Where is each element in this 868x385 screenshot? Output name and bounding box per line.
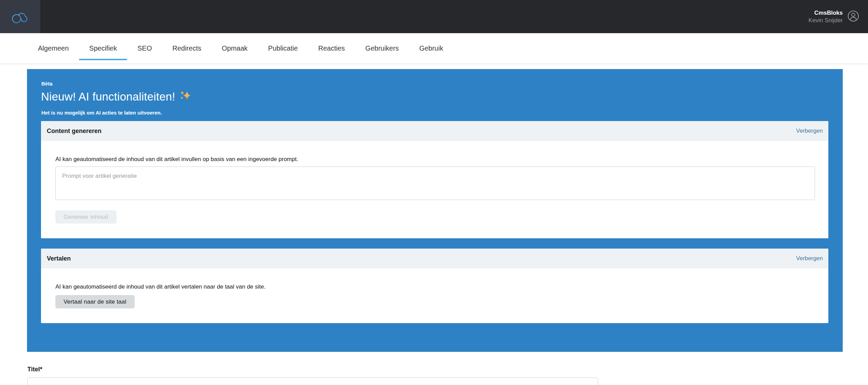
tab-publicatie[interactable]: Publicatie — [258, 33, 308, 63]
app-header: CmsBloks Kevin Snijder — [0, 0, 868, 33]
title-input[interactable] — [27, 377, 598, 385]
tab-opmaak[interactable]: Opmaak — [212, 33, 258, 63]
card-body: AI kan geautomatiseerd de inhoud van dit… — [41, 268, 828, 323]
tab-algemeen[interactable]: Algemeen — [28, 33, 79, 63]
tab-label: Opmaak — [222, 44, 248, 52]
card-title: Content genereren — [47, 128, 101, 135]
tab-label: Specifiek — [89, 44, 117, 52]
tab-gebruikers[interactable]: Gebruikers — [355, 33, 409, 63]
tab-gebruik[interactable]: Gebruik — [409, 33, 453, 63]
card-header: Content genereren Verbergen — [41, 121, 828, 141]
banner-title: Nieuw! AI functionaliteiten! — [41, 90, 175, 104]
tab-label: SEO — [137, 44, 152, 52]
banner-title-row: Nieuw! AI functionaliteiten! — [41, 90, 828, 104]
logo-tile[interactable] — [0, 0, 40, 33]
tab-label: Gebruik — [419, 44, 443, 52]
beta-badge: Bèta — [41, 81, 828, 87]
tab-label: Gebruikers — [365, 44, 399, 52]
tab-redirects[interactable]: Redirects — [162, 33, 211, 63]
tab-label: Reacties — [318, 44, 345, 52]
content-generate-card: Content genereren Verbergen AI kan geaut… — [41, 121, 828, 238]
tab-label: Redirects — [172, 44, 201, 52]
card-header: Vertalen Verbergen — [41, 249, 828, 268]
article-form: Titel* — [27, 366, 868, 385]
tab-seo[interactable]: SEO — [127, 33, 162, 63]
tab-reacties[interactable]: Reacties — [308, 33, 355, 63]
banner-subtitle: Het is nu mogelijk om AI acties te laten… — [41, 110, 828, 116]
card-description: AI kan geautomatiseerd de inhoud van dit… — [55, 283, 815, 290]
generate-content-button[interactable]: Genereer inhoud — [55, 210, 117, 224]
user-text: CmsBloks Kevin Snijder — [809, 9, 843, 24]
page: CmsBloks Kevin Snijder Algemeen Specifie… — [0, 0, 868, 385]
card-title: Vertalen — [47, 255, 71, 262]
prompt-input[interactable] — [55, 167, 815, 200]
brand-name: CmsBloks — [809, 9, 843, 16]
tab-specifiek[interactable]: Specifiek — [79, 33, 127, 63]
active-tab-underline — [79, 59, 127, 60]
tab-label: Algemeen — [38, 44, 69, 52]
sparkles-icon — [180, 90, 191, 103]
tab-bar: Algemeen Specifiek SEO Redirects Opmaak … — [0, 33, 868, 64]
ai-feature-banner: Bèta Nieuw! AI functionaliteiten! Het — [27, 69, 843, 352]
cloud-icon — [9, 7, 31, 27]
user-menu[interactable]: CmsBloks Kevin Snijder — [809, 9, 868, 24]
user-name: Kevin Snijder — [809, 17, 843, 24]
card-description: AI kan geautomatiseerd de inhoud van dit… — [55, 156, 815, 163]
hide-link[interactable]: Verbergen — [796, 255, 823, 262]
card-body: AI kan geautomatiseerd de inhoud van dit… — [41, 141, 828, 238]
translate-button[interactable]: Vertaal naar de site taal — [55, 295, 135, 308]
hide-link[interactable]: Verbergen — [796, 128, 823, 134]
translate-card: Vertalen Verbergen AI kan geautomatiseer… — [41, 249, 828, 323]
title-field-label: Titel* — [27, 366, 868, 373]
user-avatar-icon[interactable] — [847, 10, 859, 23]
tab-label: Publicatie — [268, 44, 298, 52]
